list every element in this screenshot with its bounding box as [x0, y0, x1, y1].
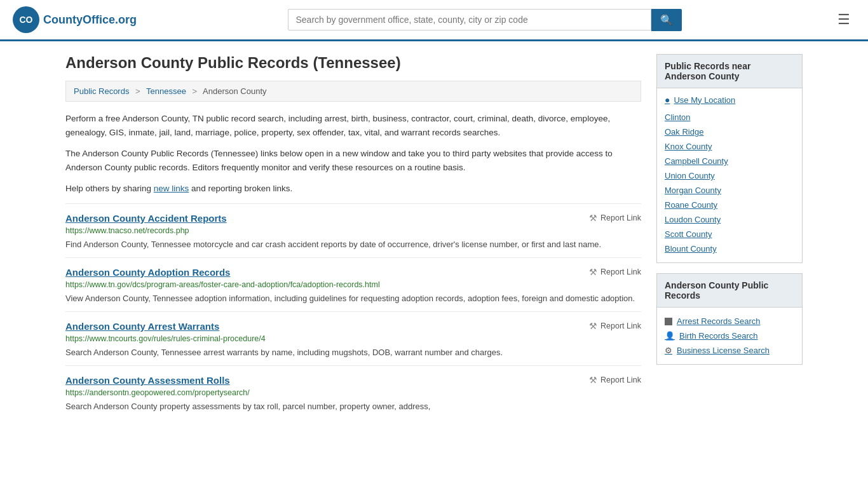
record-header: Anderson County Arrest Warrants ⚒ Report…	[65, 321, 641, 332]
record-entry: Anderson County Adoption Records ⚒ Repor…	[65, 257, 641, 311]
search-icon: 🔍	[660, 15, 673, 25]
anderson-record-link[interactable]: 👤Birth Records Search	[665, 329, 794, 343]
report-link[interactable]: ⚒ Report Link	[589, 267, 641, 277]
breadcrumb: Public Records > Tennessee > Anderson Co…	[65, 81, 641, 102]
person-icon: 👤	[665, 331, 675, 341]
record-entry: Anderson County Accident Reports ⚒ Repor…	[65, 203, 641, 257]
nearby-link[interactable]: Union County	[665, 168, 794, 183]
nearby-link[interactable]: Clinton	[665, 110, 794, 125]
anderson-record-label: Arrest Records Search	[677, 316, 761, 326]
report-link[interactable]: ⚒ Report Link	[589, 321, 641, 331]
record-header: Anderson County Adoption Records ⚒ Repor…	[65, 267, 641, 278]
anderson-links-container: Arrest Records Search👤Birth Records Sear…	[665, 314, 794, 358]
breadcrumb-current: Anderson County	[203, 86, 266, 96]
report-icon: ⚒	[589, 375, 597, 385]
nearby-link[interactable]: Blount County	[665, 241, 794, 256]
record-title[interactable]: Anderson County Assessment Rolls	[65, 375, 230, 386]
record-desc: View Anderson County, Tennessee adoption…	[65, 292, 641, 305]
breadcrumb-public-records[interactable]: Public Records	[74, 86, 129, 96]
breadcrumb-sep1: >	[135, 86, 140, 96]
record-desc: Find Anderson County, Tennessee motorcyc…	[65, 238, 641, 251]
description-3: Help others by sharing new links and rep…	[65, 182, 641, 196]
report-icon: ⚒	[589, 321, 597, 331]
record-title[interactable]: Anderson County Arrest Warrants	[65, 321, 219, 332]
logo-text: CountyOffice.org	[43, 13, 137, 27]
anderson-record-link[interactable]: Arrest Records Search	[665, 314, 794, 329]
logo-org: .org	[115, 13, 137, 26]
report-icon: ⚒	[589, 213, 597, 223]
square-icon	[665, 318, 672, 325]
gear-icon: ⚙	[665, 346, 672, 355]
anderson-record-label: Business License Search	[677, 346, 770, 355]
hamburger-menu-icon[interactable]: ☰	[832, 8, 855, 31]
description-2: The Anderson County Public Records (Tenn…	[65, 147, 641, 174]
logo-area[interactable]: CO CountyOffice.org	[13, 6, 137, 33]
nearby-link[interactable]: Scott County	[665, 227, 794, 241]
nearby-link[interactable]: Campbell County	[665, 154, 794, 168]
new-links-link[interactable]: new links	[154, 184, 189, 193]
content-area: Anderson County Public Records (Tennesse…	[65, 54, 641, 420]
anderson-record-link[interactable]: ⚙Business License Search	[665, 343, 794, 358]
record-desc: Search Anderson County, Tennessee arrest…	[65, 346, 641, 359]
nearby-link[interactable]: Oak Ridge	[665, 125, 794, 139]
nearby-link[interactable]: Roane County	[665, 198, 794, 212]
nearby-link[interactable]: Loudon County	[665, 212, 794, 227]
use-location-label: Use My Location	[674, 95, 735, 105]
record-url[interactable]: https://andersontn.geopowered.com/proper…	[65, 388, 641, 397]
records-list: Anderson County Accident Reports ⚒ Repor…	[65, 203, 641, 420]
nearby-link[interactable]: Knox County	[665, 139, 794, 154]
record-entry: Anderson County Assessment Rolls ⚒ Repor…	[65, 365, 641, 419]
desc3-suffix: and reporting broken links.	[189, 184, 292, 193]
location-pin-icon: ●	[665, 95, 670, 105]
nearby-section-body: ● Use My Location ClintonOak RidgeKnox C…	[656, 88, 803, 263]
record-header: Anderson County Assessment Rolls ⚒ Repor…	[65, 375, 641, 386]
anderson-record-label: Birth Records Search	[679, 331, 758, 341]
nearby-links-container: ClintonOak RidgeKnox CountyCampbell Coun…	[665, 110, 794, 256]
search-input[interactable]	[288, 9, 651, 30]
record-desc: Search Anderson County property assessme…	[65, 400, 641, 413]
nearby-link[interactable]: Morgan County	[665, 183, 794, 198]
record-header: Anderson County Accident Reports ⚒ Repor…	[65, 213, 641, 224]
main-container: Anderson County Public Records (Tennesse…	[53, 41, 815, 433]
breadcrumb-sep2: >	[193, 86, 198, 96]
nearby-header: Public Records near Anderson County	[656, 54, 803, 88]
use-my-location[interactable]: ● Use My Location	[665, 95, 794, 105]
anderson-records-header: Anderson County Public Records	[656, 273, 803, 307]
record-entry: Anderson County Arrest Warrants ⚒ Report…	[65, 311, 641, 365]
sidebar: Public Records near Anderson County ● Us…	[656, 54, 803, 420]
desc3-prefix: Help others by sharing	[65, 184, 154, 193]
record-title[interactable]: Anderson County Adoption Records	[65, 267, 230, 278]
svg-text:CO: CO	[20, 15, 33, 25]
report-link[interactable]: ⚒ Report Link	[589, 375, 641, 385]
record-title[interactable]: Anderson County Accident Reports	[65, 213, 227, 224]
anderson-records-body: Arrest Records Search👤Birth Records Sear…	[656, 307, 803, 365]
search-area: 🔍	[288, 9, 682, 31]
breadcrumb-tennessee[interactable]: Tennessee	[146, 86, 186, 96]
report-icon: ⚒	[589, 267, 597, 277]
page-title: Anderson County Public Records (Tennesse…	[65, 54, 641, 72]
record-url[interactable]: https://www.tncourts.gov/rules/rules-cri…	[65, 334, 641, 343]
report-link[interactable]: ⚒ Report Link	[589, 213, 641, 223]
logo-county-office: CountyOffice	[43, 13, 115, 26]
logo-icon: CO	[13, 6, 39, 33]
record-url[interactable]: https://www.tn.gov/dcs/program-areas/fos…	[65, 280, 641, 289]
record-url[interactable]: https://www.tnacso.net/records.php	[65, 226, 641, 235]
description-1: Perform a free Anderson County, TN publi…	[65, 112, 641, 139]
site-header: CO CountyOffice.org 🔍 ☰	[0, 0, 868, 41]
search-button[interactable]: 🔍	[651, 9, 682, 31]
